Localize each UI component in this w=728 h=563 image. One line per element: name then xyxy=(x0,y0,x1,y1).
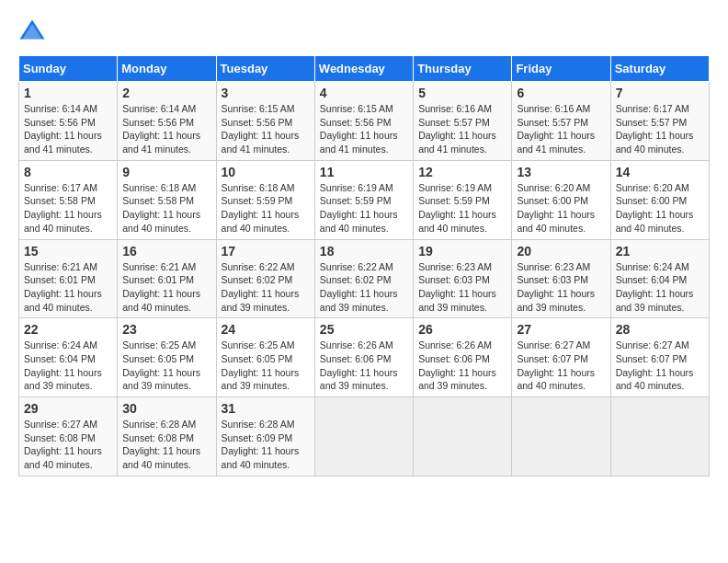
day-info: Sunrise: 6:14 AM Sunset: 5:56 PM Dayligh… xyxy=(122,102,210,156)
calendar-cell: 15Sunrise: 6:21 AM Sunset: 6:01 PM Dayli… xyxy=(19,239,118,318)
weekday-header: Saturday xyxy=(610,56,709,82)
day-info: Sunrise: 6:18 AM Sunset: 5:59 PM Dayligh… xyxy=(222,181,310,236)
day-number: 30 xyxy=(122,401,210,416)
calendar-body: 1Sunrise: 6:14 AM Sunset: 5:56 PM Daylig… xyxy=(19,82,710,477)
weekday-header: Thursday xyxy=(414,56,512,82)
day-info: Sunrise: 6:23 AM Sunset: 6:03 PM Dayligh… xyxy=(517,260,605,315)
weekday-header: Sunday xyxy=(19,56,118,82)
day-info: Sunrise: 6:22 AM Sunset: 6:02 PM Dayligh… xyxy=(320,260,408,315)
day-info: Sunrise: 6:16 AM Sunset: 5:57 PM Dayligh… xyxy=(418,102,506,156)
calendar-cell: 17Sunrise: 6:22 AM Sunset: 6:02 PM Dayli… xyxy=(216,239,314,318)
day-number: 26 xyxy=(418,322,506,337)
day-number: 20 xyxy=(517,244,605,259)
day-info: Sunrise: 6:28 AM Sunset: 6:09 PM Dayligh… xyxy=(222,418,310,472)
calendar-cell: 10Sunrise: 6:18 AM Sunset: 5:59 PM Dayli… xyxy=(216,160,314,239)
calendar-week-row: 1Sunrise: 6:14 AM Sunset: 5:56 PM Daylig… xyxy=(19,82,710,161)
day-info: Sunrise: 6:15 AM Sunset: 5:56 PM Dayligh… xyxy=(222,102,310,156)
calendar-week-row: 29Sunrise: 6:27 AM Sunset: 6:08 PM Dayli… xyxy=(19,397,710,477)
calendar-cell: 6Sunrise: 6:16 AM Sunset: 5:57 PM Daylig… xyxy=(512,82,610,161)
day-info: Sunrise: 6:20 AM Sunset: 6:00 PM Dayligh… xyxy=(616,181,704,236)
day-info: Sunrise: 6:25 AM Sunset: 6:05 PM Dayligh… xyxy=(222,339,310,393)
day-number: 21 xyxy=(616,244,704,259)
calendar-week-row: 22Sunrise: 6:24 AM Sunset: 6:04 PM Dayli… xyxy=(19,318,710,397)
weekday-header: Tuesday xyxy=(216,56,314,82)
calendar-cell: 23Sunrise: 6:25 AM Sunset: 6:05 PM Dayli… xyxy=(118,318,216,397)
day-info: Sunrise: 6:26 AM Sunset: 6:06 PM Dayligh… xyxy=(418,339,506,393)
logo xyxy=(18,18,50,46)
calendar-table: SundayMondayTuesdayWednesdayThursdayFrid… xyxy=(18,55,710,477)
day-number: 28 xyxy=(616,322,704,337)
day-info: Sunrise: 6:19 AM Sunset: 5:59 PM Dayligh… xyxy=(418,181,506,236)
day-number: 4 xyxy=(320,86,408,100)
day-info: Sunrise: 6:15 AM Sunset: 5:56 PM Dayligh… xyxy=(320,102,408,156)
calendar-cell: 19Sunrise: 6:23 AM Sunset: 6:03 PM Dayli… xyxy=(414,239,512,318)
day-number: 11 xyxy=(320,165,408,179)
calendar-cell: 4Sunrise: 6:15 AM Sunset: 5:56 PM Daylig… xyxy=(314,82,413,161)
day-number: 14 xyxy=(616,165,704,179)
calendar-cell: 13Sunrise: 6:20 AM Sunset: 6:00 PM Dayli… xyxy=(512,160,610,239)
day-info: Sunrise: 6:17 AM Sunset: 5:58 PM Dayligh… xyxy=(24,181,112,236)
day-info: Sunrise: 6:21 AM Sunset: 6:01 PM Dayligh… xyxy=(24,260,112,315)
calendar-cell xyxy=(512,397,610,477)
calendar-cell: 7Sunrise: 6:17 AM Sunset: 5:57 PM Daylig… xyxy=(610,82,709,161)
weekday-header: Monday xyxy=(118,56,216,82)
day-number: 8 xyxy=(24,165,112,179)
day-info: Sunrise: 6:14 AM Sunset: 5:56 PM Dayligh… xyxy=(24,102,112,156)
day-info: Sunrise: 6:27 AM Sunset: 6:07 PM Dayligh… xyxy=(517,339,605,393)
calendar-cell: 25Sunrise: 6:26 AM Sunset: 6:06 PM Dayli… xyxy=(314,318,413,397)
calendar-week-row: 8Sunrise: 6:17 AM Sunset: 5:58 PM Daylig… xyxy=(19,160,710,239)
day-number: 17 xyxy=(222,244,310,259)
day-info: Sunrise: 6:24 AM Sunset: 6:04 PM Dayligh… xyxy=(616,260,704,315)
day-number: 25 xyxy=(320,322,408,337)
day-info: Sunrise: 6:20 AM Sunset: 6:00 PM Dayligh… xyxy=(517,181,605,236)
day-number: 19 xyxy=(418,244,506,259)
calendar-cell: 9Sunrise: 6:18 AM Sunset: 5:58 PM Daylig… xyxy=(118,160,216,239)
weekday-row: SundayMondayTuesdayWednesdayThursdayFrid… xyxy=(19,56,710,82)
day-number: 15 xyxy=(24,244,112,259)
calendar-header: SundayMondayTuesdayWednesdayThursdayFrid… xyxy=(19,56,710,82)
calendar-cell xyxy=(414,397,512,477)
weekday-header: Friday xyxy=(512,56,610,82)
day-number: 18 xyxy=(320,244,408,259)
logo-icon xyxy=(18,18,46,46)
day-number: 23 xyxy=(122,322,210,337)
calendar-cell: 16Sunrise: 6:21 AM Sunset: 6:01 PM Dayli… xyxy=(118,239,216,318)
day-number: 29 xyxy=(24,401,112,416)
calendar-cell: 24Sunrise: 6:25 AM Sunset: 6:05 PM Dayli… xyxy=(216,318,314,397)
day-number: 22 xyxy=(24,322,112,337)
day-info: Sunrise: 6:25 AM Sunset: 6:05 PM Dayligh… xyxy=(122,339,210,393)
calendar-cell: 21Sunrise: 6:24 AM Sunset: 6:04 PM Dayli… xyxy=(610,239,709,318)
day-info: Sunrise: 6:17 AM Sunset: 5:57 PM Dayligh… xyxy=(616,102,704,156)
day-info: Sunrise: 6:27 AM Sunset: 6:08 PM Dayligh… xyxy=(24,418,112,472)
calendar-cell: 1Sunrise: 6:14 AM Sunset: 5:56 PM Daylig… xyxy=(19,82,118,161)
day-number: 31 xyxy=(222,401,310,416)
day-info: Sunrise: 6:24 AM Sunset: 6:04 PM Dayligh… xyxy=(24,339,112,393)
day-info: Sunrise: 6:22 AM Sunset: 6:02 PM Dayligh… xyxy=(222,260,310,315)
calendar-cell: 3Sunrise: 6:15 AM Sunset: 5:56 PM Daylig… xyxy=(216,82,314,161)
day-info: Sunrise: 6:26 AM Sunset: 6:06 PM Dayligh… xyxy=(320,339,408,393)
page-header xyxy=(18,18,710,46)
calendar-cell: 26Sunrise: 6:26 AM Sunset: 6:06 PM Dayli… xyxy=(414,318,512,397)
day-number: 3 xyxy=(222,86,310,100)
day-info: Sunrise: 6:18 AM Sunset: 5:58 PM Dayligh… xyxy=(122,181,210,236)
calendar-week-row: 15Sunrise: 6:21 AM Sunset: 6:01 PM Dayli… xyxy=(19,239,710,318)
day-number: 10 xyxy=(222,165,310,179)
calendar-cell: 5Sunrise: 6:16 AM Sunset: 5:57 PM Daylig… xyxy=(414,82,512,161)
day-number: 16 xyxy=(122,244,210,259)
calendar-cell: 22Sunrise: 6:24 AM Sunset: 6:04 PM Dayli… xyxy=(19,318,118,397)
calendar-cell: 18Sunrise: 6:22 AM Sunset: 6:02 PM Dayli… xyxy=(314,239,413,318)
calendar-cell xyxy=(314,397,413,477)
day-info: Sunrise: 6:23 AM Sunset: 6:03 PM Dayligh… xyxy=(418,260,506,315)
calendar-cell: 30Sunrise: 6:28 AM Sunset: 6:08 PM Dayli… xyxy=(118,397,216,477)
day-info: Sunrise: 6:16 AM Sunset: 5:57 PM Dayligh… xyxy=(517,102,605,156)
day-info: Sunrise: 6:19 AM Sunset: 5:59 PM Dayligh… xyxy=(320,181,408,236)
day-number: 6 xyxy=(517,86,605,100)
calendar-cell: 14Sunrise: 6:20 AM Sunset: 6:00 PM Dayli… xyxy=(610,160,709,239)
calendar-cell: 29Sunrise: 6:27 AM Sunset: 6:08 PM Dayli… xyxy=(19,397,118,477)
day-number: 1 xyxy=(24,86,112,100)
calendar-cell: 31Sunrise: 6:28 AM Sunset: 6:09 PM Dayli… xyxy=(216,397,314,477)
day-number: 12 xyxy=(418,165,506,179)
day-info: Sunrise: 6:27 AM Sunset: 6:07 PM Dayligh… xyxy=(616,339,704,393)
day-number: 5 xyxy=(418,86,506,100)
weekday-header: Wednesday xyxy=(314,56,413,82)
